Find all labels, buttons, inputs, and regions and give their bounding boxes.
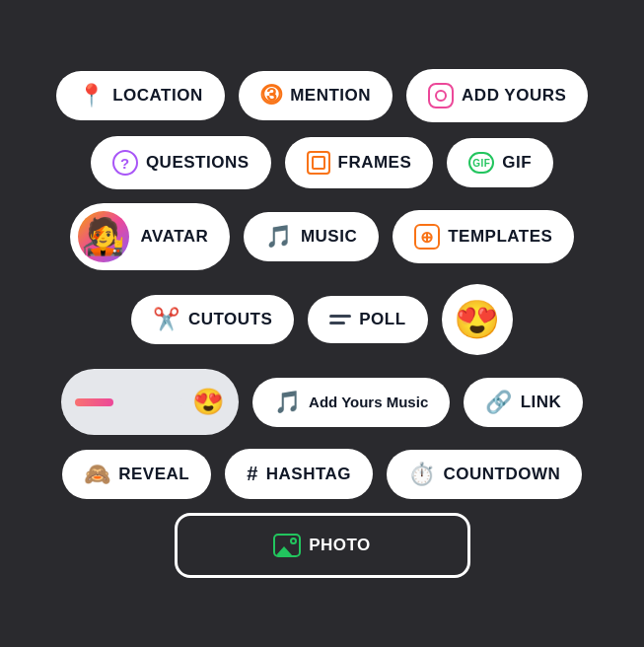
avatar-label: AVATAR: [141, 227, 209, 247]
countdown-button[interactable]: ⏱️ COUNTDOWN: [387, 450, 582, 499]
reveal-button[interactable]: 🙈 REVEAL: [62, 450, 211, 499]
emoji-button[interactable]: 😍: [442, 284, 513, 355]
add-yours-label: ADD YOURS: [462, 86, 566, 106]
row-3: 🧑‍🎤 AVATAR 🎵 MUSIC ⊕ TEMPLATES: [70, 203, 575, 270]
poll-icon: [329, 315, 351, 324]
mention-label: MENTION: [290, 86, 371, 106]
templates-icon: ⊕: [414, 224, 440, 250]
add-yours-music-label: Add Yours Music: [309, 394, 428, 410]
reveal-label: REVEAL: [118, 465, 189, 484]
add-yours-button[interactable]: ADD YOURS: [406, 69, 588, 122]
camera-icon: [428, 83, 454, 108]
cutouts-label: CUTOUTS: [188, 310, 272, 329]
hash-icon: #: [247, 463, 258, 485]
music-icon: 🎵: [265, 226, 293, 248]
link-label: LINK: [521, 393, 562, 412]
hashtag-label: HASHTAG: [266, 465, 351, 484]
link-icon: 🔗: [485, 392, 513, 413]
gif-label: GIF: [502, 153, 532, 173]
frames-button[interactable]: FRAMES: [285, 137, 434, 188]
countdown-icon: ⏱️: [408, 464, 436, 485]
music-label: MUSIC: [301, 227, 357, 247]
slider-track: [75, 398, 185, 406]
slider-track-container: 😍: [75, 387, 225, 417]
gif-icon: GIF: [468, 152, 494, 174]
emoji-icon: 😍: [454, 298, 501, 341]
slider-button[interactable]: 😍: [61, 369, 239, 435]
reveal-icon: 🙈: [84, 464, 111, 485]
location-icon: 📍: [78, 85, 106, 107]
avatar-button[interactable]: 🧑‍🎤 AVATAR: [70, 203, 231, 270]
slider-emoji: 😍: [192, 387, 225, 417]
row-1: 📍 LOCATION ⓷ MENTION ADD YOURS: [56, 69, 589, 122]
add-yours-music-icon: 🎵: [274, 392, 302, 413]
slider-fill: [75, 398, 113, 406]
row-2: ? QUESTIONS FRAMES GIF GIF: [91, 136, 553, 189]
frames-label: FRAMES: [338, 153, 412, 173]
scissors-icon: ✂️: [153, 309, 180, 330]
photo-icon: [273, 534, 301, 557]
music-button[interactable]: 🎵 MUSIC: [244, 212, 379, 261]
frames-icon: [307, 151, 330, 175]
sticker-grid: 📍 LOCATION ⓷ MENTION ADD YOURS ? QUESTIO…: [0, 49, 644, 598]
gif-button[interactable]: GIF GIF: [447, 138, 553, 187]
avatar-image: 🧑‍🎤: [78, 211, 129, 262]
row-6: 🙈 REVEAL # HASHTAG ⏱️ COUNTDOWN: [62, 449, 583, 499]
countdown-label: COUNTDOWN: [444, 465, 561, 484]
add-yours-music-button[interactable]: 🎵 Add Yours Music: [252, 378, 451, 427]
location-label: LOCATION: [112, 86, 203, 106]
questions-button[interactable]: ? QUESTIONS: [91, 136, 271, 189]
photo-button[interactable]: PHOTO: [175, 513, 470, 578]
hashtag-button[interactable]: # HASHTAG: [225, 449, 373, 499]
row-7: PHOTO: [175, 513, 470, 578]
mention-button[interactable]: ⓷ MENTION: [239, 71, 393, 120]
mention-icon: ⓷: [260, 85, 283, 107]
location-button[interactable]: 📍 LOCATION: [56, 71, 225, 120]
question-icon: ?: [112, 150, 138, 176]
cutouts-button[interactable]: ✂️ CUTOUTS: [131, 295, 294, 344]
poll-label: POLL: [359, 310, 405, 329]
row-5: 😍 🎵 Add Yours Music 🔗 LINK: [61, 369, 584, 435]
questions-label: QUESTIONS: [146, 153, 250, 173]
poll-button[interactable]: POLL: [308, 296, 427, 343]
photo-label: PHOTO: [309, 536, 371, 555]
templates-label: TEMPLATES: [448, 227, 552, 247]
link-button[interactable]: 🔗 LINK: [464, 378, 583, 427]
templates-button[interactable]: ⊕ TEMPLATES: [393, 210, 574, 263]
row-4: ✂️ CUTOUTS POLL 😍: [131, 284, 512, 355]
